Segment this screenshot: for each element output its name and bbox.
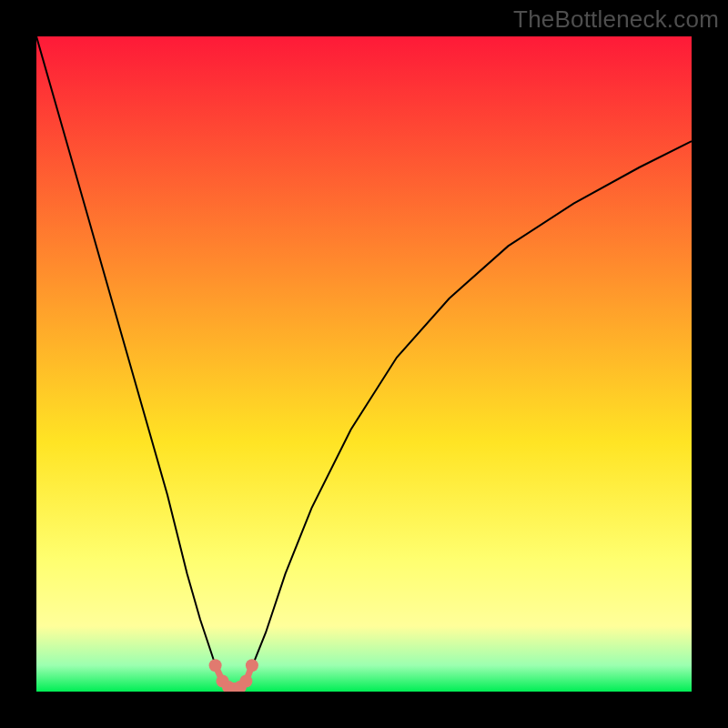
plot-area: [36, 36, 692, 692]
chart-frame: TheBottleneck.com: [0, 0, 728, 728]
chart-svg: [36, 36, 692, 692]
min-region-marker: [239, 675, 252, 688]
gradient-background: [36, 36, 692, 692]
min-region-marker: [246, 659, 258, 672]
watermark-text: TheBottleneck.com: [513, 5, 719, 34]
min-region-marker: [209, 659, 222, 672]
